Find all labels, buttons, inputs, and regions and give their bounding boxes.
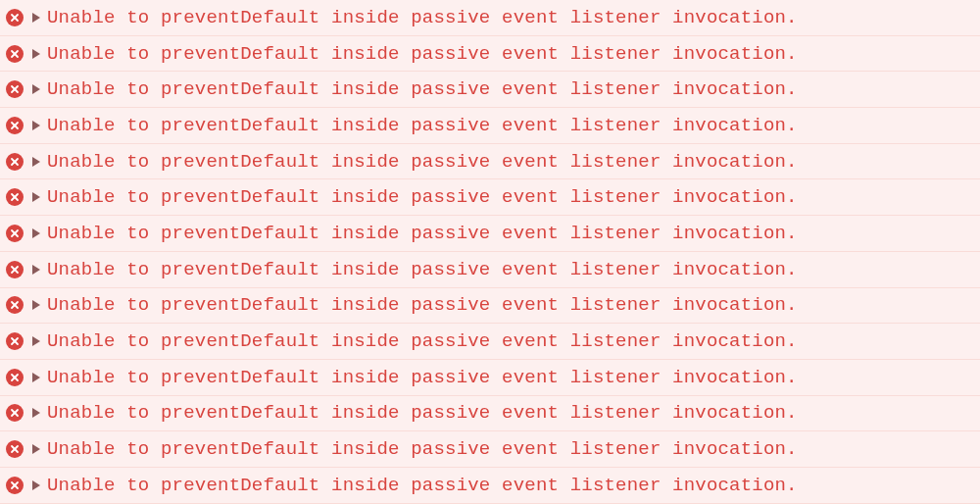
error-message-text: Unable to preventDefault inside passive … [47,438,798,460]
expand-arrow-icon[interactable] [32,373,40,382]
console-error-row[interactable]: Unable to preventDefault inside passive … [0,0,980,36]
expand-arrow-icon[interactable] [32,121,40,130]
console-error-row[interactable]: Unable to preventDefault inside passive … [0,72,980,108]
error-icon [6,477,24,494]
console-error-row[interactable]: Unable to preventDefault inside passive … [0,396,980,432]
error-icon [6,153,24,171]
expand-arrow-icon[interactable] [32,84,40,94]
error-icon [6,45,24,63]
expand-arrow-icon[interactable] [32,157,40,167]
error-message-text: Unable to preventDefault inside passive … [47,151,798,173]
console-error-row[interactable]: Unable to preventDefault inside passive … [0,324,980,360]
error-icon [6,80,24,98]
console-error-row[interactable]: Unable to preventDefault inside passive … [0,36,980,73]
expand-arrow-icon[interactable] [32,192,40,202]
error-message-text: Unable to preventDefault inside passive … [47,330,798,352]
error-message-text: Unable to preventDefault inside passive … [47,294,798,316]
expand-arrow-icon[interactable] [32,336,40,346]
error-message-text: Unable to preventDefault inside passive … [47,43,798,65]
expand-arrow-icon[interactable] [32,300,40,310]
console-error-row[interactable]: Unable to preventDefault inside passive … [0,144,980,180]
error-message-text: Unable to preventDefault inside passive … [47,78,798,100]
expand-arrow-icon[interactable] [32,49,40,59]
error-message-text: Unable to preventDefault inside passive … [47,259,798,280]
error-message-text: Unable to preventDefault inside passive … [47,186,798,208]
console-error-row[interactable]: Unable to preventDefault inside passive … [0,179,980,216]
expand-arrow-icon[interactable] [32,265,40,275]
console-log-list: Unable to preventDefault inside passive … [0,0,980,504]
console-error-row[interactable]: Unable to preventDefault inside passive … [0,108,980,144]
error-icon [6,261,24,278]
expand-arrow-icon[interactable] [32,480,40,490]
error-message-text: Unable to preventDefault inside passive … [47,115,798,136]
error-icon [6,369,24,386]
expand-arrow-icon[interactable] [32,444,40,454]
console-error-row[interactable]: Unable to preventDefault inside passive … [0,468,980,504]
error-icon [6,117,24,134]
error-icon [6,9,24,26]
expand-arrow-icon[interactable] [32,13,40,23]
error-icon [6,404,24,422]
error-icon [6,225,24,242]
error-icon [6,332,24,350]
error-icon [6,296,24,314]
console-error-row[interactable]: Unable to preventDefault inside passive … [0,288,980,325]
error-icon [6,440,24,458]
error-message-text: Unable to preventDefault inside passive … [47,367,798,388]
console-error-row[interactable]: Unable to preventDefault inside passive … [0,252,980,288]
error-message-text: Unable to preventDefault inside passive … [47,475,798,496]
error-message-text: Unable to preventDefault inside passive … [47,402,798,424]
console-error-row[interactable]: Unable to preventDefault inside passive … [0,431,980,468]
error-message-text: Unable to preventDefault inside passive … [47,7,798,28]
expand-arrow-icon[interactable] [32,228,40,238]
expand-arrow-icon[interactable] [32,408,40,418]
error-message-text: Unable to preventDefault inside passive … [47,223,798,244]
console-error-row[interactable]: Unable to preventDefault inside passive … [0,360,980,396]
error-icon [6,188,24,206]
console-error-row[interactable]: Unable to preventDefault inside passive … [0,216,980,252]
